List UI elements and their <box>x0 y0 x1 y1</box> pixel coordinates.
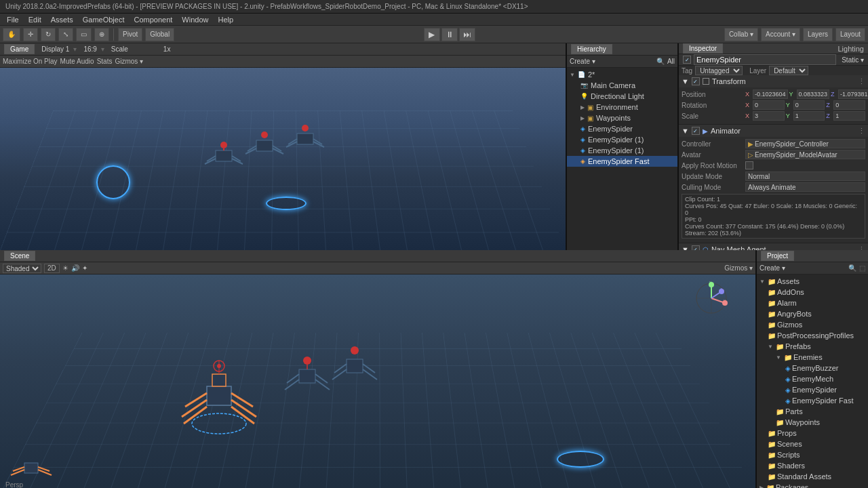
animator-menu[interactable]: ⋮ <box>858 127 865 136</box>
layer-select[interactable]: Default <box>769 66 808 75</box>
proj-standardassets[interactable]: 📁 Standard Assets <box>757 471 868 482</box>
rootmotion-label: Apply Root Motion <box>682 162 743 169</box>
hier-camera[interactable]: 📷 Main Camera <box>567 80 677 91</box>
navmesh-menu[interactable]: ⋮ <box>858 245 865 251</box>
play-button[interactable]: ▶ <box>424 28 440 41</box>
mute-label[interactable]: Mute Audio <box>60 58 94 65</box>
proj-prefabs[interactable]: ▼ 📁 Prefabs <box>757 341 868 352</box>
proj-scripts[interactable]: 📁 Scripts <box>757 449 868 460</box>
layers-btn[interactable]: Layers <box>803 28 833 41</box>
proj-expand-btn[interactable]: ⬚ <box>859 264 865 272</box>
scene-fx-icon[interactable]: ✦ <box>82 264 87 272</box>
hier-enemyspider1[interactable]: ◈ EnemySpider (1) <box>567 134 677 145</box>
proj-angrybots[interactable]: 📁 AngryBots <box>757 308 868 319</box>
custom-tool-btn[interactable]: ⊕ <box>94 28 109 41</box>
avatar-value[interactable]: ▷ EnemySpider_ModelAvatar <box>745 150 865 159</box>
all-label[interactable]: All <box>667 58 675 65</box>
wp-arrow: ▶ <box>580 115 585 121</box>
avatar-label: Avatar <box>682 151 743 159</box>
collab-btn[interactable]: Collab ▾ <box>724 28 758 41</box>
proj-parts[interactable]: 📁 Parts <box>757 406 868 417</box>
animator-header[interactable]: ▼ ▶ Animator ⋮ <box>679 125 868 137</box>
proj-enemies[interactable]: ▼ 📁 Enemies <box>757 352 868 363</box>
rootmotion-cb[interactable] <box>745 161 753 169</box>
project-tab[interactable]: Project <box>761 251 794 261</box>
transform-enable[interactable] <box>692 77 700 85</box>
scene-audio-icon[interactable]: 🔊 <box>71 264 79 272</box>
gizmo-widget[interactable]: Y X Z <box>694 281 728 315</box>
rect-tool-btn[interactable]: ▭ <box>76 28 92 41</box>
create-btn[interactable]: Create ▾ <box>570 58 595 65</box>
proj-gizmos[interactable]: 📁 Gizmos <box>757 319 868 330</box>
proj-addons[interactable]: 📁 AddOns <box>757 287 868 298</box>
scene-light-icon[interactable]: ☀ <box>62 264 68 272</box>
hier-enemyspider2[interactable]: ◈ EnemySpider (1) <box>567 145 677 156</box>
hier-scene[interactable]: ▼ 📄 2* <box>567 69 677 80</box>
menu-component[interactable]: Component <box>130 15 176 24</box>
animator-enable[interactable] <box>692 127 700 135</box>
step-button[interactable]: ⏭ <box>459 28 475 41</box>
proj-packages[interactable]: ▶ 📁 Packages <box>757 482 868 488</box>
display-label: Display 1 <box>41 45 69 53</box>
cullingmode-value[interactable]: Always Animate <box>745 182 865 192</box>
proj-enemymech[interactable]: ◈ EnemyMech <box>757 373 868 384</box>
tag-select[interactable]: Untagged <box>695 66 743 75</box>
move-tool-btn[interactable]: ✛ <box>23 28 38 41</box>
menu-gameobject[interactable]: GameObject <box>79 15 129 24</box>
navmesh-header[interactable]: ▼ ⬡ Nav Mesh Agent ⋮ <box>679 243 868 250</box>
account-btn[interactable]: Account ▾ <box>761 28 800 41</box>
proj-scenes[interactable]: 📁 Scenes <box>757 439 868 449</box>
proj-create-btn[interactable]: Create ▾ <box>760 264 785 272</box>
global-btn[interactable]: Global <box>145 28 174 41</box>
active-checkbox[interactable] <box>683 56 691 64</box>
menu-window[interactable]: Window <box>178 15 212 24</box>
scene-gizmos-btn[interactable]: Gizmos ▾ <box>724 264 753 272</box>
menu-help[interactable]: Help <box>214 15 237 24</box>
proj-enemyspider[interactable]: ◈ EnemySpider <box>757 384 868 395</box>
static-label[interactable]: Static ▾ <box>842 56 864 64</box>
scale-tool-btn[interactable]: ⤡ <box>58 28 73 41</box>
proj-enemyspiderfast[interactable]: ◈ EnemySpider Fast <box>757 395 868 406</box>
hand-tool-btn[interactable]: ✋ <box>3 28 20 41</box>
hier-waypoints[interactable]: ▶ ▣ Waypoints <box>567 113 677 123</box>
pause-button[interactable]: ⏸ <box>441 28 458 41</box>
scene-tab[interactable]: Scene <box>4 251 35 261</box>
animator-body: Controller ▶ EnemySpider_Controller Avat… <box>679 137 868 243</box>
proj-waypointsproj[interactable]: 📁 Waypoints <box>757 417 868 428</box>
proj-postprocessing[interactable]: 📁 PostProcessingProfiles <box>757 330 868 341</box>
hierarchy-toolbar: Create ▾ 🔍 All <box>567 56 677 68</box>
game-tab[interactable]: Game <box>4 44 35 54</box>
proj-enemybuzzer[interactable]: ◈ EnemyBuzzer <box>757 363 868 373</box>
stats-label[interactable]: Stats <box>97 58 113 65</box>
updatemode-value[interactable]: Normal <box>745 171 865 181</box>
updatemode-label: Update Mode <box>682 173 743 180</box>
gizmos-label[interactable]: Gizmos ▾ <box>115 58 143 65</box>
proj-assets[interactable]: ▼ 📁 Assets <box>757 276 868 287</box>
proj-props[interactable]: 📁 Props <box>757 428 868 439</box>
menu-assets[interactable]: Assets <box>47 15 77 24</box>
pivot-btn[interactable]: Pivot <box>118 28 142 41</box>
proj-shaders[interactable]: 📁 Shaders <box>757 460 868 471</box>
menu-file[interactable]: File <box>3 15 23 24</box>
proj-search-icon[interactable]: 🔍 <box>848 264 856 272</box>
scene-canvas[interactable]: Persp Y X <box>0 274 755 488</box>
navmesh-enable[interactable] <box>692 245 700 250</box>
lighting-tab[interactable]: Lighting <box>837 45 864 53</box>
hier-environment[interactable]: ▶ ▣ Environment <box>567 102 677 113</box>
hier-light[interactable]: 💡 Directional Light <box>567 91 677 102</box>
layout-btn[interactable]: Layout <box>835 28 865 41</box>
menu-edit[interactable]: Edit <box>24 15 45 24</box>
rotate-tool-btn[interactable]: ↻ <box>41 28 56 41</box>
hier-enemyspiderfast[interactable]: ◈ EnemySpider Fast <box>567 156 677 167</box>
maximize-label[interactable]: Maximize On Play <box>3 58 58 65</box>
shaded-select[interactable]: Shaded <box>3 264 41 273</box>
transform-menu[interactable]: ⋮ <box>858 77 865 86</box>
2d-btn[interactable]: 2D <box>44 264 60 273</box>
controller-value[interactable]: ▶ EnemySpider_Controller <box>745 139 865 148</box>
hier-enemyspider[interactable]: ◈ EnemySpider <box>567 123 677 134</box>
proj-alarm[interactable]: 📁 Alarm <box>757 298 868 308</box>
object-name-field[interactable] <box>694 54 836 65</box>
inspector-tab[interactable]: Inspector <box>683 43 723 54</box>
hierarchy-tab[interactable]: Hierarchy <box>571 44 612 54</box>
transform-header[interactable]: ▼ Transform ⋮ <box>679 75 868 87</box>
